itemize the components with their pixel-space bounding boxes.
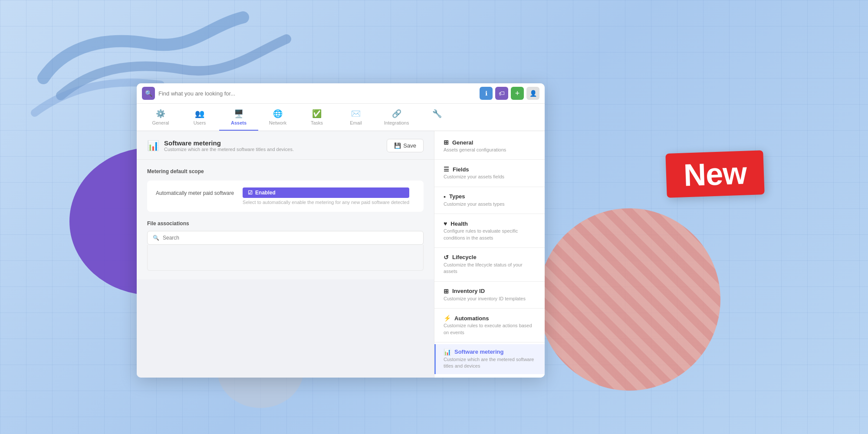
file-search-icon: 🔍	[153, 235, 159, 241]
file-assoc-label: File associations	[147, 220, 424, 227]
integrations-icon: 🔗	[392, 109, 401, 118]
tab-assets[interactable]: 🖥️ Assets	[219, 104, 258, 131]
tab-integrations[interactable]: 🔗 Integrations	[375, 104, 418, 131]
sidebar-inventory-title: ⊞ Inventory ID	[444, 288, 537, 295]
section-title: Software metering	[164, 139, 294, 147]
help-text: Select to automatically enable the meter…	[243, 200, 409, 205]
add-button[interactable]: +	[511, 87, 524, 100]
general-icon: ⚙️	[156, 109, 165, 118]
sidebar-software-desc: Customize which are the metered software…	[444, 356, 537, 370]
sidebar-item-software-metering[interactable]: 📊 Software metering Customize which are …	[434, 344, 545, 374]
scope-label: Metering default scope	[147, 168, 424, 174]
search-icon: 🔍	[145, 90, 152, 97]
avatar-button[interactable]: 👤	[526, 87, 539, 100]
software-sidebar-icon: 📊	[444, 349, 451, 355]
sidebar-fields-desc: Customize your assets fields	[444, 174, 537, 180]
tab-network[interactable]: 🌐 Network	[258, 104, 297, 131]
app-window: 🔍 ℹ 🏷 + 👤 ⚙️ General 👥 Users 🖥️ Assets 🌐…	[137, 83, 545, 378]
sidebar-item-inventory-id[interactable]: ⊞ Inventory ID Customize your inventory …	[434, 283, 545, 306]
save-icon: 💾	[394, 142, 401, 149]
sidebar-health-title: ♥ Health	[444, 220, 537, 227]
sidebar-lifecycle-desc: Customize the lifecycle status of your a…	[444, 262, 537, 275]
sidebar-item-health[interactable]: ♥ Health Configure rules to evaluate spe…	[434, 216, 545, 246]
enabled-label: Enabled	[255, 190, 276, 196]
nav-tabs: ⚙️ General 👥 Users 🖥️ Assets 🌐 Network ✅…	[137, 104, 545, 131]
info-button[interactable]: ℹ	[480, 87, 493, 100]
sidebar-divider-2	[434, 187, 545, 187]
save-label: Save	[403, 142, 416, 149]
tab-tools[interactable]: 🔧	[418, 104, 457, 131]
tab-assets-label: Assets	[231, 120, 247, 125]
sidebar-types-desc: Customize your assets types	[444, 201, 537, 207]
sidebar-divider-7	[434, 342, 545, 342]
tools-icon: 🔧	[432, 109, 442, 118]
main-panel: 📊 Software metering Customize which are …	[137, 131, 434, 378]
tab-general-label: General	[152, 120, 169, 125]
form-area: Metering default scope Automatically met…	[137, 160, 434, 279]
tab-tasks[interactable]: ✅ Tasks	[297, 104, 336, 131]
sidebar-divider-4	[434, 247, 545, 248]
sidebar-item-lifecycle[interactable]: ↺ Lifecycle Customize the lifecycle stat…	[434, 250, 545, 279]
save-button[interactable]: 💾 Save	[387, 139, 424, 152]
blob-coral	[538, 208, 720, 391]
sidebar-inventory-desc: Customize your inventory ID templates	[444, 296, 537, 302]
sidebar-fields-title: ☰ Fields	[444, 166, 537, 173]
assets-icon: 🖥️	[234, 109, 243, 118]
sidebar-item-types[interactable]: ▪ Types Customize your assets types	[434, 189, 545, 212]
sidebar-divider-6	[434, 308, 545, 309]
section-subtitle: Customize which are the metered software…	[164, 147, 294, 152]
sidebar-health-desc: Configure rules to evaluate specific con…	[444, 228, 537, 241]
general-sidebar-icon: ⊞	[444, 139, 449, 146]
section-title-block: Software metering Customize which are th…	[164, 139, 294, 152]
checkbox-icon: ☑	[248, 190, 253, 196]
sidebar-general-desc: Assets general configurations	[444, 147, 537, 153]
inventory-sidebar-icon: ⊞	[444, 288, 449, 295]
sidebar-item-automations[interactable]: ⚡ Automations Customize rules to execute…	[434, 310, 545, 340]
section-title-group: 📊 Software metering Customize which are …	[147, 139, 294, 152]
sidebar-divider-3	[434, 214, 545, 214]
tab-integrations-label: Integrations	[384, 120, 409, 125]
sidebar-divider-5	[434, 281, 545, 282]
sidebar-automations-desc: Customize rules to execute actions based…	[444, 322, 537, 336]
metering-card: Automatically meter paid software ☑ Enab…	[147, 181, 424, 212]
sidebar-software-title: 📊 Software metering	[444, 349, 537, 355]
search-bar: 🔍 ℹ 🏷 + 👤	[137, 83, 545, 104]
sidebar-automations-title: ⚡ Automations	[444, 315, 537, 322]
sidebar: ⊞ General Assets general configurations …	[434, 131, 545, 378]
enabled-badge[interactable]: ☑ Enabled	[243, 187, 409, 198]
sidebar-lifecycle-title: ↺ Lifecycle	[444, 254, 537, 261]
sidebar-types-title: ▪ Types	[444, 193, 537, 200]
sidebar-item-general[interactable]: ⊞ General Assets general configurations	[434, 135, 545, 158]
tasks-icon: ✅	[312, 109, 322, 118]
file-search-input[interactable]	[163, 235, 418, 241]
new-badge: New	[665, 150, 764, 198]
lifecycle-sidebar-icon: ↺	[444, 254, 449, 261]
section-icon: 📊	[147, 140, 159, 151]
tab-network-label: Network	[269, 120, 286, 125]
network-icon: 🌐	[273, 109, 283, 118]
sidebar-divider-1	[434, 159, 545, 160]
file-list-empty	[147, 245, 424, 271]
email-icon: ✉️	[351, 109, 361, 118]
automations-sidebar-icon: ⚡	[444, 315, 451, 322]
bookmark-button[interactable]: 🏷	[495, 87, 508, 100]
fields-sidebar-icon: ☰	[444, 166, 449, 173]
tab-tasks-label: Tasks	[311, 120, 323, 125]
section-header: 📊 Software metering Customize which are …	[137, 131, 434, 160]
enabled-section: ☑ Enabled Select to automatically enable…	[243, 187, 409, 205]
tab-email[interactable]: ✉️ Email	[336, 104, 375, 131]
search-input[interactable]	[158, 90, 476, 97]
types-sidebar-icon: ▪	[444, 193, 446, 200]
health-sidebar-icon: ♥	[444, 220, 447, 227]
tab-email-label: Email	[350, 120, 362, 125]
tab-users[interactable]: 👥 Users	[180, 104, 219, 131]
auto-meter-label: Automatically meter paid software	[156, 187, 234, 196]
content-area: 📊 Software metering Customize which are …	[137, 131, 545, 378]
metering-row: Automatically meter paid software ☑ Enab…	[156, 187, 415, 205]
search-icon-wrapper: 🔍	[142, 87, 155, 100]
tab-users-label: Users	[194, 120, 206, 125]
tab-general[interactable]: ⚙️ General	[141, 104, 180, 131]
sidebar-general-title: ⊞ General	[444, 139, 537, 146]
sidebar-item-fields[interactable]: ☰ Fields Customize your assets fields	[434, 161, 545, 184]
toolbar-icons: ℹ 🏷 + 👤	[480, 87, 539, 100]
